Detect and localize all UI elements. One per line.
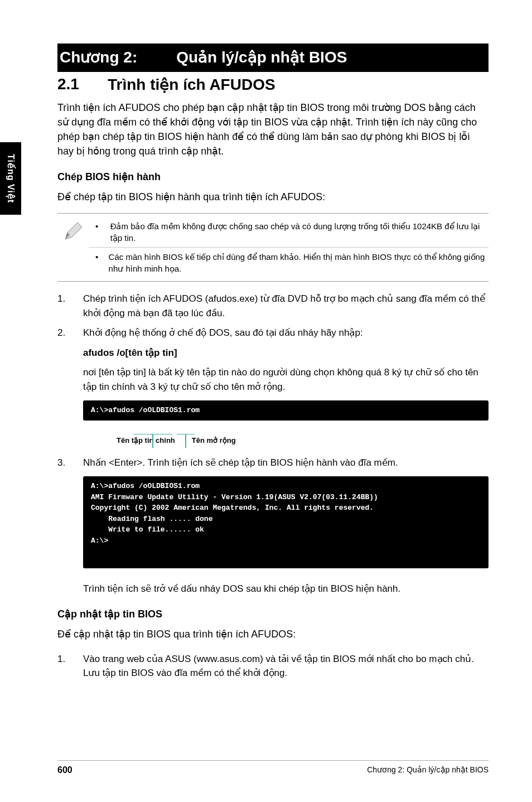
side-tab-label: Tiếng Việt bbox=[6, 154, 16, 203]
step-number: 1. bbox=[57, 292, 83, 320]
section-number: 2.1 bbox=[57, 75, 108, 94]
after-terminal-note: Trình tiện ích sẽ trở về dấu nháy DOS sa… bbox=[83, 582, 489, 596]
chapter-label: Chương 2: bbox=[60, 48, 176, 66]
steps-list-3: 1. Vào trang web của ASUS (www.asus.com)… bbox=[57, 652, 489, 680]
step-number: 1. bbox=[57, 652, 83, 680]
note-item: • Các màn hình BIOS kế tiếp chỉ dùng để … bbox=[89, 247, 489, 278]
step-text: Khởi động hệ thống ở chế độ DOS, sau đó … bbox=[83, 326, 489, 340]
language-side-tab: Tiếng Việt bbox=[0, 142, 21, 215]
steps-list-2: 3. Nhấn <Enter>. Trình tiện ích sẽ chép … bbox=[57, 456, 489, 470]
command-note: nơi [tên tập tin] là bất kỳ tên tập tin … bbox=[83, 365, 489, 394]
annotation-lines-icon bbox=[133, 434, 245, 451]
page-number: 600 bbox=[57, 765, 72, 775]
subheading-update-bios: Cập nhật tập tin BIOS bbox=[57, 608, 489, 620]
step-text: Vào trang web của ASUS (www.asus.com) và… bbox=[83, 652, 489, 680]
step-text: Chép trình tiện ích AFUDOS (afudos.exe) … bbox=[83, 292, 489, 320]
filename-annotation: Tên tập tin chính Tên mở rộng bbox=[83, 436, 489, 445]
page-footer: 600 Chương 2: Quản lý/cập nhật BIOS bbox=[57, 760, 489, 775]
sub1-lead: Để chép tập tin BIOS hiện hành qua trình… bbox=[57, 190, 489, 204]
terminal-output-1: A:\>afudos /oOLDBIOS1.rom bbox=[83, 400, 489, 421]
note-text: Đảm bảo đĩa mềm không được chống sao ché… bbox=[110, 220, 489, 244]
step-item: 1. Vào trang web của ASUS (www.asus.com)… bbox=[57, 652, 489, 680]
pencil-note-icon bbox=[57, 217, 89, 278]
section-heading: Trình tiện ích AFUDOS bbox=[108, 75, 275, 94]
note-items: • Đảm bảo đĩa mềm không được chống sao c… bbox=[89, 217, 489, 278]
step-number: 2. bbox=[57, 326, 83, 340]
step-item: 3. Nhấn <Enter>. Trình tiện ích sẽ chép … bbox=[57, 456, 489, 470]
note-item: • Đảm bảo đĩa mềm không được chống sao c… bbox=[89, 217, 489, 247]
command-syntax: afudos /o[tên tập tin] bbox=[83, 346, 489, 360]
chapter-header: Chương 2: Quản lý/cập nhật BIOS bbox=[57, 44, 489, 72]
sub2-lead: Để cập nhật tập tin BIOS qua trình tiện … bbox=[57, 627, 489, 641]
section-title: 2.1 Trình tiện ích AFUDOS bbox=[57, 75, 489, 94]
footer-chapter-ref: Chương 2: Quản lý/cập nhật BIOS bbox=[367, 765, 489, 775]
subheading-copy-bios: Chép BIOS hiện hành bbox=[57, 171, 489, 183]
terminal-output-2: A:\>afudos /oOLDBIOS1.rom AMI Firmware U… bbox=[83, 476, 489, 568]
note-box: • Đảm bảo đĩa mềm không được chống sao c… bbox=[57, 213, 489, 282]
intro-paragraph: Trình tiện ích AFUDOS cho phép bạn cập n… bbox=[57, 100, 489, 158]
page-content: Chương 2: Quản lý/cập nhật BIOS 2.1 Trìn… bbox=[57, 44, 489, 686]
step-number: 3. bbox=[57, 456, 83, 470]
bullet-icon: • bbox=[89, 220, 110, 244]
step-item: 2. Khởi động hệ thống ở chế độ DOS, sau … bbox=[57, 326, 489, 340]
step-text: Nhấn <Enter>. Trình tiện ích sẽ chép tập… bbox=[83, 456, 489, 470]
bullet-icon: • bbox=[89, 251, 109, 274]
step-item: 1. Chép trình tiện ích AFUDOS (afudos.ex… bbox=[57, 292, 489, 320]
note-text: Các màn hình BIOS kế tiếp chỉ dùng để th… bbox=[109, 251, 489, 274]
chapter-title: Quản lý/cập nhật BIOS bbox=[176, 48, 347, 66]
steps-list-1: 1. Chép trình tiện ích AFUDOS (afudos.ex… bbox=[57, 292, 489, 340]
